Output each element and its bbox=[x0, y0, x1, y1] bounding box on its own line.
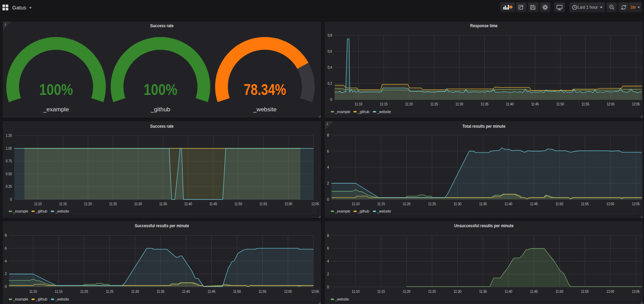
svg-text:11:15: 11:15 bbox=[377, 290, 385, 294]
svg-text:0: 0 bbox=[327, 198, 329, 201]
svg-text:12:05: 12:05 bbox=[632, 290, 640, 294]
svg-text:11:45: 11:45 bbox=[530, 202, 538, 206]
svg-text:0: 0 bbox=[10, 198, 12, 201]
svg-text:12:00: 12:00 bbox=[607, 290, 614, 294]
svg-text:_website: _website bbox=[55, 209, 69, 213]
svg-text:11:20: 11:20 bbox=[80, 290, 88, 294]
svg-text:11:45: 11:45 bbox=[210, 202, 217, 206]
svg-text:1.00: 1.00 bbox=[6, 147, 12, 150]
svg-text:11:55: 11:55 bbox=[581, 202, 589, 206]
svg-text:Unsuccessful results per minut: Unsuccessful results per minute bbox=[454, 223, 514, 228]
svg-text:11:55: 11:55 bbox=[581, 102, 589, 106]
svg-text:12:05: 12:05 bbox=[632, 102, 640, 106]
svg-text:Successful results per minute: Successful results per minute bbox=[135, 223, 189, 228]
svg-text:0.4: 0.4 bbox=[328, 66, 332, 69]
svg-text:8: 8 bbox=[327, 133, 329, 137]
svg-text:1.25: 1.25 bbox=[6, 134, 12, 138]
svg-text:11:45: 11:45 bbox=[531, 102, 539, 106]
svg-text:11:10: 11:10 bbox=[34, 202, 42, 206]
svg-text:11:40: 11:40 bbox=[505, 202, 512, 206]
svg-text:2: 2 bbox=[327, 272, 329, 276]
svg-text:Last 1 hour: Last 1 hour bbox=[577, 5, 598, 10]
svg-text:1m: 1m bbox=[630, 5, 635, 10]
svg-text:11:15: 11:15 bbox=[55, 290, 63, 294]
svg-text:11:25: 11:25 bbox=[428, 202, 436, 206]
svg-text:12:05: 12:05 bbox=[311, 202, 319, 206]
svg-text:Success rate: Success rate bbox=[150, 23, 174, 28]
svg-text:_example: _example bbox=[13, 297, 29, 301]
svg-text:11:50: 11:50 bbox=[234, 202, 242, 206]
svg-text:_example: _example bbox=[335, 209, 351, 213]
svg-text:_github: _github bbox=[358, 110, 369, 114]
svg-text:11:55: 11:55 bbox=[258, 290, 266, 294]
svg-text:11:50: 11:50 bbox=[556, 290, 563, 294]
svg-text:12:00: 12:00 bbox=[607, 202, 614, 206]
svg-text:11:20: 11:20 bbox=[403, 202, 410, 206]
svg-text:0: 0 bbox=[327, 285, 329, 289]
svg-text:Response time: Response time bbox=[470, 23, 498, 28]
svg-text:0: 0 bbox=[5, 285, 7, 289]
svg-text:6: 6 bbox=[327, 149, 329, 153]
svg-text:11:40: 11:40 bbox=[182, 290, 190, 294]
svg-text:11:15: 11:15 bbox=[59, 202, 67, 206]
svg-text:78.34%: 78.34% bbox=[244, 81, 286, 98]
svg-text:6: 6 bbox=[5, 246, 7, 250]
svg-text:11:40: 11:40 bbox=[184, 202, 192, 206]
svg-text:11:40: 11:40 bbox=[505, 290, 512, 294]
svg-text:11:25: 11:25 bbox=[428, 290, 436, 294]
svg-text:11:20: 11:20 bbox=[405, 102, 413, 106]
svg-text:11:30: 11:30 bbox=[134, 202, 142, 206]
svg-text:2: 2 bbox=[5, 272, 7, 276]
svg-text:12:00: 12:00 bbox=[607, 102, 614, 106]
svg-text:_github: _github bbox=[358, 209, 369, 213]
svg-text:11:45: 11:45 bbox=[208, 290, 215, 294]
svg-text:11:10: 11:10 bbox=[29, 290, 37, 294]
svg-text:11:50: 11:50 bbox=[556, 102, 564, 106]
svg-text:11:10: 11:10 bbox=[355, 102, 363, 106]
svg-text:100%: 100% bbox=[39, 81, 73, 98]
svg-text:Total results per minute: Total results per minute bbox=[462, 124, 505, 129]
svg-text:6: 6 bbox=[327, 246, 329, 250]
svg-text:0.2: 0.2 bbox=[328, 82, 332, 86]
svg-text:0.50: 0.50 bbox=[6, 172, 12, 176]
svg-text:11:35: 11:35 bbox=[479, 202, 487, 206]
svg-text:0.25: 0.25 bbox=[6, 185, 12, 188]
svg-text:11:25: 11:25 bbox=[106, 290, 114, 294]
svg-text:11:55: 11:55 bbox=[581, 290, 589, 294]
svg-text:Gatus: Gatus bbox=[12, 5, 26, 10]
svg-text:_website: _website bbox=[377, 209, 391, 213]
svg-text:11:20: 11:20 bbox=[84, 202, 92, 206]
svg-text:_github: _github bbox=[36, 209, 47, 213]
svg-text:_github: _github bbox=[36, 297, 47, 301]
svg-text:11:15: 11:15 bbox=[377, 202, 385, 206]
svg-text:_website: _website bbox=[55, 297, 69, 301]
svg-text:_example: _example bbox=[13, 209, 29, 213]
svg-text:11:10: 11:10 bbox=[352, 290, 359, 294]
svg-text:_website: _website bbox=[335, 297, 349, 301]
svg-text:11:25: 11:25 bbox=[109, 202, 117, 206]
svg-text:11:35: 11:35 bbox=[479, 290, 487, 294]
svg-text:11:30: 11:30 bbox=[454, 290, 461, 294]
svg-text:11:25: 11:25 bbox=[430, 102, 438, 106]
svg-text:11:50: 11:50 bbox=[556, 202, 563, 206]
svg-text:0.8: 0.8 bbox=[328, 34, 332, 37]
svg-text:11:35: 11:35 bbox=[157, 290, 164, 294]
svg-text:8: 8 bbox=[5, 233, 7, 237]
svg-text:Success rate: Success rate bbox=[150, 124, 174, 129]
svg-text:11:35: 11:35 bbox=[481, 102, 489, 106]
svg-text:4: 4 bbox=[327, 165, 329, 169]
svg-text:8: 8 bbox=[327, 234, 329, 238]
svg-text:11:30: 11:30 bbox=[455, 102, 463, 106]
svg-text:12:05: 12:05 bbox=[311, 290, 319, 294]
svg-text:0: 0 bbox=[330, 98, 332, 102]
svg-text:_github: _github bbox=[151, 106, 170, 113]
svg-text:11:10: 11:10 bbox=[352, 202, 359, 206]
svg-text:11:35: 11:35 bbox=[159, 202, 167, 206]
svg-text:_example: _example bbox=[335, 110, 351, 114]
svg-text:100%: 100% bbox=[144, 81, 177, 98]
svg-text:4: 4 bbox=[327, 259, 329, 263]
svg-text:12:00: 12:00 bbox=[284, 290, 292, 294]
svg-text:_website: _website bbox=[377, 110, 391, 114]
svg-text:0.75: 0.75 bbox=[6, 159, 12, 163]
svg-text:11:45: 11:45 bbox=[530, 290, 538, 294]
